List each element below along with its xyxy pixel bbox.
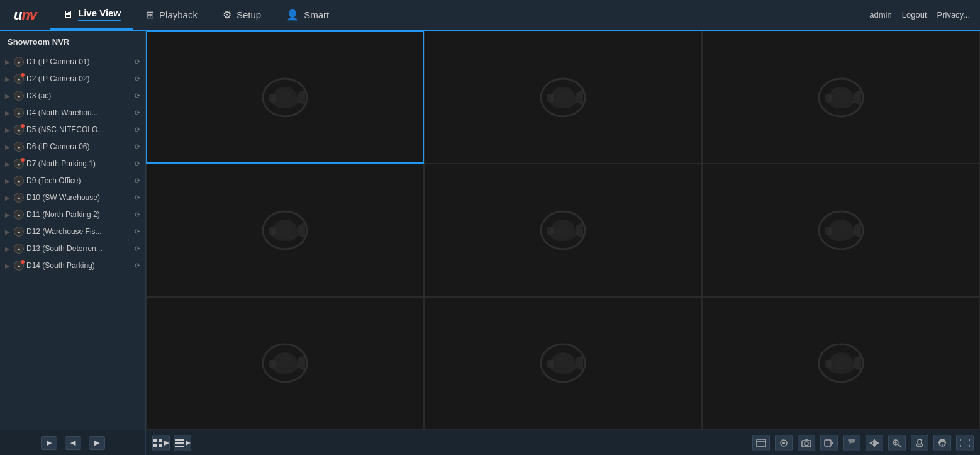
nav-live-view[interactable]: 🖥 Live View <box>50 0 133 30</box>
svg-marker-19 <box>576 222 583 239</box>
cam-ptz-d12: ⟳ <box>135 228 140 236</box>
grid-cell-2[interactable] <box>424 31 702 164</box>
grid-cell-5[interactable] <box>424 164 702 296</box>
main-layout: Showroom NVR ▶ ● D1 (IP Camera 01) ⟳ ▶ ●… <box>0 31 980 455</box>
expand-icon-d6: ▶ <box>5 143 10 150</box>
snapshot-button[interactable] <box>798 435 815 451</box>
cam-icon-d13: ● <box>14 244 24 254</box>
svg-rect-43 <box>175 446 184 447</box>
audio-button[interactable] <box>775 435 793 451</box>
svg-rect-62 <box>918 439 922 444</box>
svg-point-17 <box>557 224 569 237</box>
nav-playback-label: Playback <box>159 9 198 20</box>
camera-item-d14[interactable]: ▶ ● D14 (South Parking) ⟳ <box>0 257 145 274</box>
cam-name-d3: D3 (ac) <box>26 91 132 100</box>
record-button[interactable] <box>820 435 838 451</box>
grid-content <box>146 31 980 430</box>
svg-point-25 <box>279 357 291 369</box>
camera-item-d5[interactable]: ▶ ● D5 (NSC-NITECOLO... ⟳ <box>0 121 145 138</box>
sequence-button[interactable] <box>174 435 191 451</box>
cam-icon-d12: ● <box>14 227 24 237</box>
next-button[interactable]: ▶ <box>89 436 105 450</box>
grid-cell-1[interactable] <box>146 31 424 164</box>
top-right: admin Logout Privacy... <box>869 10 980 20</box>
svg-point-21 <box>835 224 847 237</box>
camera-item-d7[interactable]: ▶ ● D7 (North Parking 1) ⟳ <box>0 155 145 172</box>
grid-cell-3[interactable] <box>702 31 980 164</box>
cam-ptz-d9: ⟳ <box>135 177 140 185</box>
camera-item-d12[interactable]: ▶ ● D12 (Warehouse Fis... ⟳ <box>0 223 145 240</box>
mic-button[interactable] <box>911 435 928 451</box>
expand-icon-d14: ▶ <box>5 262 10 269</box>
grid-cell-9[interactable] <box>702 297 980 430</box>
svg-marker-55 <box>869 441 872 445</box>
cam-ptz-d14: ⟳ <box>135 262 140 270</box>
nav-smart[interactable]: 👤 Smart <box>274 0 342 30</box>
cam-name-d11: D11 (North Parking 2) <box>26 210 132 219</box>
grid-cell-6[interactable] <box>702 164 980 296</box>
talk-button[interactable] <box>843 435 860 451</box>
prev-button[interactable]: ▶ <box>41 436 57 450</box>
remote-button[interactable] <box>933 435 951 451</box>
svg-rect-14 <box>269 227 276 235</box>
cam-icon-d1: ● <box>14 57 24 67</box>
camera-item-d2[interactable]: ▶ ● D2 (IP Camera 02) ⟳ <box>0 70 145 87</box>
grid-toolbar-right <box>752 435 974 451</box>
nav-setup-label: Setup <box>237 9 261 20</box>
fullscreen-button[interactable] <box>956 435 974 451</box>
svg-point-48 <box>782 442 785 444</box>
svg-marker-54 <box>872 444 876 447</box>
camera-item-d11[interactable]: ▶ ● D11 (North Parking 2) ⟳ <box>0 206 145 223</box>
camera-item-d10[interactable]: ▶ ● D10 (SW Warehouse) ⟳ <box>0 189 145 206</box>
grid-toolbar <box>146 430 980 455</box>
logout-link[interactable]: Logout <box>902 10 927 20</box>
username: admin <box>869 10 891 20</box>
svg-point-9 <box>835 91 847 104</box>
cam-name-d1: D1 (IP Camera 01) <box>26 57 132 66</box>
svg-marker-3 <box>298 89 305 106</box>
nav-setup[interactable]: ⚙ Setup <box>210 0 274 30</box>
svg-marker-56 <box>876 441 879 445</box>
mic-icon <box>915 439 925 447</box>
svg-rect-41 <box>175 439 184 441</box>
camera-item-d6[interactable]: ▶ ● D6 (IP Camera 06) ⟳ <box>0 138 145 155</box>
talk-icon <box>847 439 857 447</box>
nav-smart-label: Smart <box>304 9 329 20</box>
window-button[interactable] <box>752 435 770 451</box>
camera-item-d1[interactable]: ▶ ● D1 (IP Camera 01) ⟳ <box>0 53 145 70</box>
camera-placeholder-6 <box>816 208 866 252</box>
expand-icon-d11: ▶ <box>5 211 10 218</box>
svg-point-57 <box>873 442 876 444</box>
cam-ptz-d1: ⟳ <box>135 58 140 66</box>
grid-cell-4[interactable] <box>146 164 424 296</box>
svg-rect-36 <box>153 439 157 442</box>
expand-icon-d2: ▶ <box>5 76 10 82</box>
grid-cell-8[interactable] <box>424 297 702 430</box>
privacy-link[interactable]: Privacy... <box>937 10 971 20</box>
svg-rect-26 <box>269 360 276 368</box>
svg-marker-52 <box>832 441 833 445</box>
smart-icon: 👤 <box>286 9 299 21</box>
svg-marker-23 <box>854 222 861 239</box>
nav-button[interactable]: ◀ <box>65 436 81 450</box>
svg-point-50 <box>805 442 808 446</box>
ptz-button[interactable] <box>866 435 883 451</box>
camera-item-d13[interactable]: ▶ ● D13 (South Deterren... ⟳ <box>0 240 145 257</box>
camera-placeholder-1 <box>260 76 310 120</box>
camera-item-d4[interactable]: ▶ ● D4 (North Warehou... ⟳ <box>0 104 145 121</box>
grid-layout-button[interactable] <box>152 435 170 451</box>
cam-icon-d10: ● <box>14 193 24 203</box>
expand-icon-d9: ▶ <box>5 177 10 184</box>
camera-item-d3[interactable]: ▶ ● D3 (ac) ⟳ <box>0 87 145 104</box>
window-icon <box>756 439 766 447</box>
camera-item-d9[interactable]: ▶ ● D9 (Tech Office) ⟳ <box>0 172 145 189</box>
expand-icon-d7: ▶ <box>5 160 10 167</box>
nav-playback[interactable]: ⊞ Playback <box>133 0 210 30</box>
snapshot-icon <box>801 439 811 447</box>
grid-cell-7[interactable] <box>146 297 424 430</box>
zoom-button[interactable] <box>888 435 906 451</box>
cam-icon-d3: ● <box>14 91 24 101</box>
cam-name-d13: D13 (South Deterren... <box>26 244 132 253</box>
zoom-icon <box>892 439 902 447</box>
svg-rect-38 <box>153 444 157 447</box>
